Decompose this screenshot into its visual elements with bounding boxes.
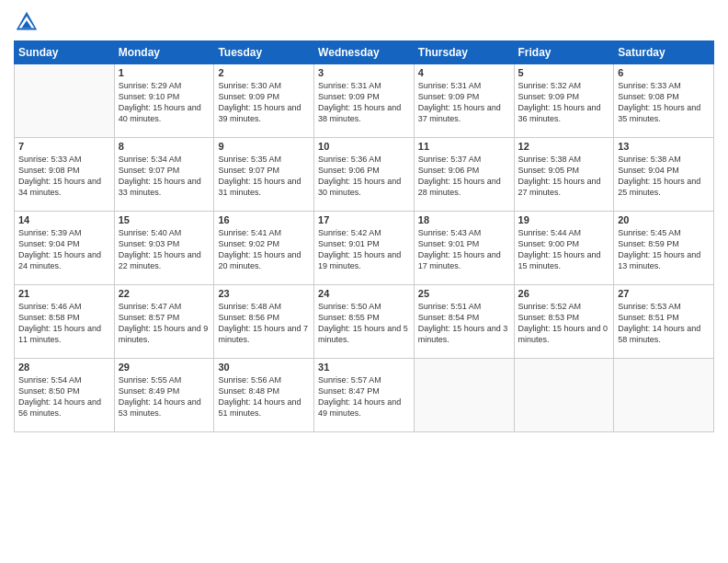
calendar-cell: 10Sunrise: 5:36 AMSunset: 9:06 PMDayligh… — [314, 138, 415, 212]
day-info: Sunrise: 5:38 AMSunset: 9:05 PMDaylight:… — [518, 154, 610, 199]
day-number: 23 — [218, 288, 310, 299]
day-number: 18 — [418, 214, 510, 225]
day-info: Sunrise: 5:45 AMSunset: 8:59 PMDaylight:… — [618, 227, 710, 272]
day-number: 27 — [618, 288, 710, 299]
calendar-cell — [414, 359, 514, 432]
calendar-cell: 31Sunrise: 5:57 AMSunset: 8:47 PMDayligh… — [314, 359, 415, 432]
weekday-header-friday: Friday — [514, 41, 614, 64]
calendar-cell: 20Sunrise: 5:45 AMSunset: 8:59 PMDayligh… — [614, 212, 714, 285]
day-number: 30 — [218, 362, 310, 373]
calendar-cell: 5Sunrise: 5:32 AMSunset: 9:09 PMDaylight… — [514, 64, 614, 138]
calendar-cell — [15, 64, 115, 138]
calendar-cell: 12Sunrise: 5:38 AMSunset: 9:05 PMDayligh… — [514, 138, 614, 212]
header — [14, 9, 714, 35]
logo — [14, 9, 43, 35]
day-info: Sunrise: 5:50 AMSunset: 8:55 PMDaylight:… — [318, 301, 410, 346]
calendar-cell: 23Sunrise: 5:48 AMSunset: 8:56 PMDayligh… — [214, 285, 314, 359]
day-number: 16 — [218, 214, 310, 225]
day-info: Sunrise: 5:57 AMSunset: 8:47 PMDaylight:… — [318, 374, 410, 419]
day-info: Sunrise: 5:38 AMSunset: 9:04 PMDaylight:… — [618, 154, 710, 199]
day-number: 31 — [318, 362, 410, 373]
calendar-cell: 19Sunrise: 5:44 AMSunset: 9:00 PMDayligh… — [514, 212, 614, 285]
day-number: 29 — [119, 362, 210, 373]
calendar-cell: 18Sunrise: 5:43 AMSunset: 9:01 PMDayligh… — [414, 212, 514, 285]
calendar-week-3: 14Sunrise: 5:39 AMSunset: 9:04 PMDayligh… — [15, 212, 714, 285]
day-number: 28 — [18, 362, 110, 373]
weekday-header-thursday: Thursday — [414, 41, 514, 64]
calendar-cell: 25Sunrise: 5:51 AMSunset: 8:54 PMDayligh… — [414, 285, 514, 359]
day-info: Sunrise: 5:37 AMSunset: 9:06 PMDaylight:… — [418, 154, 510, 199]
calendar-cell: 1Sunrise: 5:29 AMSunset: 9:10 PMDaylight… — [114, 64, 214, 138]
day-info: Sunrise: 5:55 AMSunset: 8:49 PMDaylight:… — [119, 374, 210, 419]
day-info: Sunrise: 5:31 AMSunset: 9:09 PMDaylight:… — [418, 80, 510, 125]
day-info: Sunrise: 5:56 AMSunset: 8:48 PMDaylight:… — [218, 374, 310, 419]
calendar-cell: 28Sunrise: 5:54 AMSunset: 8:50 PMDayligh… — [15, 359, 115, 432]
day-number: 5 — [518, 67, 610, 78]
calendar-cell: 4Sunrise: 5:31 AMSunset: 9:09 PMDaylight… — [414, 64, 514, 138]
day-number: 1 — [119, 67, 210, 78]
day-number: 12 — [518, 141, 610, 152]
day-info: Sunrise: 5:44 AMSunset: 9:00 PMDaylight:… — [518, 227, 610, 272]
day-info: Sunrise: 5:36 AMSunset: 9:06 PMDaylight:… — [318, 154, 410, 199]
calendar-week-4: 21Sunrise: 5:46 AMSunset: 8:58 PMDayligh… — [15, 285, 714, 359]
calendar-cell: 3Sunrise: 5:31 AMSunset: 9:09 PMDaylight… — [314, 64, 415, 138]
day-number: 9 — [218, 141, 310, 152]
day-number: 19 — [518, 214, 610, 225]
day-info: Sunrise: 5:31 AMSunset: 9:09 PMDaylight:… — [318, 80, 410, 125]
day-info: Sunrise: 5:32 AMSunset: 9:09 PMDaylight:… — [518, 80, 610, 125]
day-number: 20 — [618, 214, 710, 225]
day-info: Sunrise: 5:46 AMSunset: 8:58 PMDaylight:… — [18, 301, 110, 346]
logo-icon — [14, 9, 40, 35]
day-number: 26 — [518, 288, 610, 299]
day-info: Sunrise: 5:42 AMSunset: 9:01 PMDaylight:… — [318, 227, 410, 272]
calendar-week-5: 28Sunrise: 5:54 AMSunset: 8:50 PMDayligh… — [15, 359, 714, 432]
day-info: Sunrise: 5:47 AMSunset: 8:57 PMDaylight:… — [119, 301, 210, 346]
calendar-cell: 22Sunrise: 5:47 AMSunset: 8:57 PMDayligh… — [114, 285, 214, 359]
day-number: 21 — [18, 288, 110, 299]
calendar-cell: 16Sunrise: 5:41 AMSunset: 9:02 PMDayligh… — [214, 212, 314, 285]
day-number: 10 — [318, 141, 410, 152]
calendar-cell: 27Sunrise: 5:53 AMSunset: 8:51 PMDayligh… — [614, 285, 714, 359]
calendar-cell: 6Sunrise: 5:33 AMSunset: 9:08 PMDaylight… — [614, 64, 714, 138]
page: SundayMondayTuesdayWednesdayThursdayFrid… — [0, 0, 728, 563]
calendar-cell: 30Sunrise: 5:56 AMSunset: 8:48 PMDayligh… — [214, 359, 314, 432]
day-number: 13 — [618, 141, 710, 152]
day-info: Sunrise: 5:34 AMSunset: 9:07 PMDaylight:… — [119, 154, 210, 199]
day-number: 7 — [18, 141, 110, 152]
day-info: Sunrise: 5:53 AMSunset: 8:51 PMDaylight:… — [618, 301, 710, 346]
day-info: Sunrise: 5:35 AMSunset: 9:07 PMDaylight:… — [218, 154, 310, 199]
weekday-header-sunday: Sunday — [15, 41, 115, 64]
day-number: 22 — [119, 288, 210, 299]
day-info: Sunrise: 5:40 AMSunset: 9:03 PMDaylight:… — [119, 227, 210, 272]
day-number: 14 — [18, 214, 110, 225]
day-info: Sunrise: 5:39 AMSunset: 9:04 PMDaylight:… — [18, 227, 110, 272]
day-number: 25 — [418, 288, 510, 299]
day-info: Sunrise: 5:54 AMSunset: 8:50 PMDaylight:… — [18, 374, 110, 419]
day-number: 6 — [618, 67, 710, 78]
calendar-cell: 21Sunrise: 5:46 AMSunset: 8:58 PMDayligh… — [15, 285, 115, 359]
day-number: 8 — [119, 141, 210, 152]
calendar-cell: 14Sunrise: 5:39 AMSunset: 9:04 PMDayligh… — [15, 212, 115, 285]
day-number: 24 — [318, 288, 410, 299]
day-info: Sunrise: 5:29 AMSunset: 9:10 PMDaylight:… — [119, 80, 210, 125]
calendar-week-1: 1Sunrise: 5:29 AMSunset: 9:10 PMDaylight… — [15, 64, 714, 138]
calendar-cell: 13Sunrise: 5:38 AMSunset: 9:04 PMDayligh… — [614, 138, 714, 212]
calendar-cell: 26Sunrise: 5:52 AMSunset: 8:53 PMDayligh… — [514, 285, 614, 359]
calendar-cell — [514, 359, 614, 432]
weekday-header-monday: Monday — [114, 41, 214, 64]
calendar-cell: 17Sunrise: 5:42 AMSunset: 9:01 PMDayligh… — [314, 212, 415, 285]
day-info: Sunrise: 5:30 AMSunset: 9:09 PMDaylight:… — [218, 80, 310, 125]
day-number: 17 — [318, 214, 410, 225]
calendar-cell: 15Sunrise: 5:40 AMSunset: 9:03 PMDayligh… — [114, 212, 214, 285]
day-info: Sunrise: 5:43 AMSunset: 9:01 PMDaylight:… — [418, 227, 510, 272]
calendar-cell: 7Sunrise: 5:33 AMSunset: 9:08 PMDaylight… — [15, 138, 115, 212]
calendar-cell: 9Sunrise: 5:35 AMSunset: 9:07 PMDaylight… — [214, 138, 314, 212]
calendar-cell: 2Sunrise: 5:30 AMSunset: 9:09 PMDaylight… — [214, 64, 314, 138]
calendar-cell: 11Sunrise: 5:37 AMSunset: 9:06 PMDayligh… — [414, 138, 514, 212]
weekday-header-row: SundayMondayTuesdayWednesdayThursdayFrid… — [15, 41, 714, 64]
day-number: 3 — [318, 67, 410, 78]
calendar-cell — [614, 359, 714, 432]
day-info: Sunrise: 5:33 AMSunset: 9:08 PMDaylight:… — [18, 154, 110, 199]
calendar-cell: 8Sunrise: 5:34 AMSunset: 9:07 PMDaylight… — [114, 138, 214, 212]
day-info: Sunrise: 5:33 AMSunset: 9:08 PMDaylight:… — [618, 80, 710, 125]
